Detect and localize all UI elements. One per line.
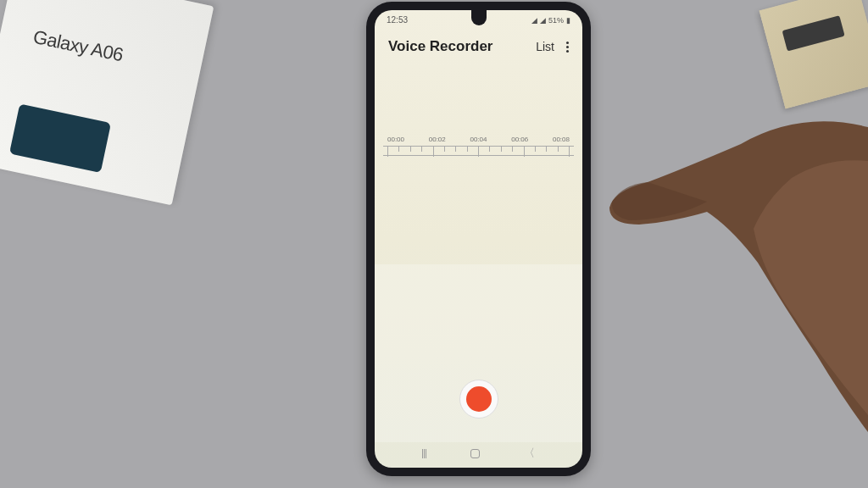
signal-icon: ◢ — [540, 16, 546, 25]
record-icon — [466, 386, 492, 412]
app-title: Voice Recorder — [388, 38, 492, 55]
app-header: Voice Recorder List — [375, 26, 582, 64]
phone-screen: 12:53 ◢ ◢ 51% ▮ Voice Recorder List 00:0… — [375, 10, 582, 468]
timeline-ruler — [383, 146, 574, 156]
notch — [471, 10, 487, 25]
more-icon[interactable] — [566, 42, 569, 53]
nav-back-button[interactable]: 〈 — [524, 446, 535, 461]
nav-recents-button[interactable] — [422, 449, 426, 458]
signal-icon: ◢ — [531, 16, 537, 25]
status-time: 12:53 — [387, 15, 408, 25]
timeline-labels: 00:00 00:02 00:04 00:06 00:08 — [383, 136, 574, 146]
record-button[interactable] — [459, 380, 498, 419]
battery-label: 51% — [548, 16, 564, 25]
product-box: Galaxy A06 — [0, 0, 214, 205]
status-indicators: ◢ ◢ 51% ▮ — [531, 16, 570, 25]
battery-icon: ▮ — [566, 16, 570, 25]
nav-home-button[interactable] — [470, 449, 480, 458]
box-model-label: Galaxy A06 — [31, 25, 125, 66]
phone-device: 12:53 ◢ ◢ 51% ▮ Voice Recorder List 00:0… — [366, 2, 591, 476]
desk-clip — [760, 0, 868, 108]
list-button[interactable]: List — [536, 40, 554, 53]
nav-bar: 〈 — [375, 446, 582, 461]
timeline: 00:00 00:02 00:04 00:06 00:08 — [375, 136, 582, 156]
